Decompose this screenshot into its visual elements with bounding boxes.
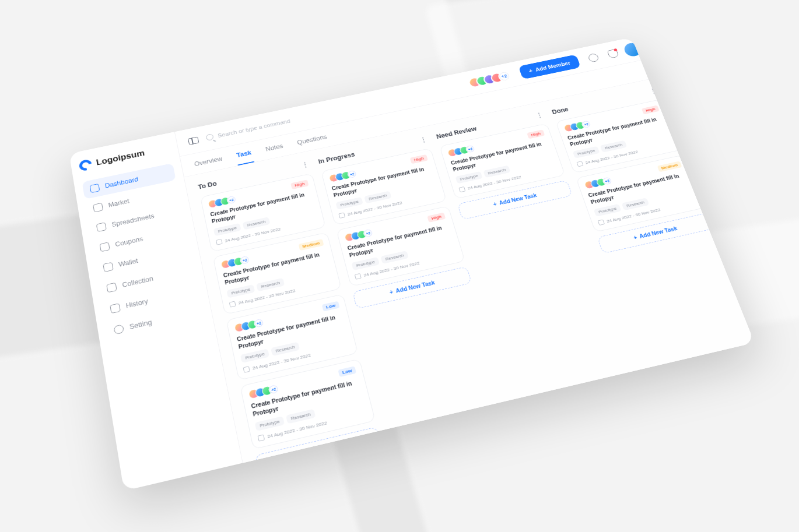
- tag-chip: Research: [600, 140, 628, 153]
- tag-chip: Research: [256, 278, 285, 291]
- nav-label: Setting: [129, 318, 152, 330]
- member-avatars[interactable]: +2: [472, 70, 512, 87]
- nav-label: Spreadsheets: [111, 213, 155, 228]
- tag-chip: Research: [364, 191, 391, 203]
- priority-badge: Low: [338, 366, 356, 377]
- nav-icon: [113, 324, 124, 334]
- tag-chip: Research: [271, 342, 300, 357]
- tag-chip: Prototype: [455, 171, 483, 184]
- nav-label: Wallet: [118, 257, 138, 268]
- tab-task[interactable]: Task: [233, 142, 255, 165]
- priority-badge: High: [427, 213, 446, 223]
- priority-badge: High: [642, 105, 660, 115]
- logo-mark-icon: [77, 158, 94, 172]
- calendar-icon: [338, 213, 345, 219]
- column-menu-icon[interactable]: ⋮: [300, 160, 311, 170]
- calendar-icon: [576, 161, 583, 167]
- nav-label: History: [125, 298, 149, 310]
- priority-badge: Low: [322, 301, 340, 312]
- tag-chip: Research: [243, 217, 271, 230]
- calendar-icon: [258, 434, 265, 441]
- tag-chip: Prototype: [335, 197, 363, 210]
- column-menu-icon[interactable]: ⋮: [534, 111, 545, 119]
- nav-icon: [110, 303, 121, 313]
- priority-badge: High: [290, 179, 309, 189]
- tab-notes[interactable]: Notes: [262, 136, 287, 159]
- column-menu-icon[interactable]: ⋮: [419, 135, 429, 145]
- calendar-icon: [243, 366, 250, 373]
- plus-icon: +: [492, 201, 497, 207]
- calendar-icon: [229, 301, 236, 308]
- add-member-label: Add Member: [534, 60, 571, 72]
- plus-icon: +: [633, 234, 638, 241]
- tag-chip: Prototype: [255, 416, 285, 431]
- tag-chip: Research: [286, 409, 316, 424]
- plus-icon: +: [528, 68, 533, 73]
- nav-icon: [90, 184, 100, 193]
- bell-icon[interactable]: [607, 48, 619, 58]
- priority-badge: Medium: [298, 239, 324, 251]
- nav-icon: [103, 262, 113, 272]
- tag-chip: Prototype: [213, 223, 241, 236]
- tag-chip: Research: [622, 198, 650, 210]
- tag-chip: Research: [483, 165, 511, 178]
- tag-chip: Prototype: [240, 348, 269, 363]
- nav-label: Dashboard: [104, 176, 139, 189]
- panel-toggle-icon[interactable]: [188, 136, 199, 145]
- nav-label: Market: [108, 198, 130, 209]
- calendar-icon: [458, 186, 465, 192]
- plus-icon: +: [389, 289, 394, 295]
- tag-chip: Prototype: [594, 204, 622, 217]
- nav-icon: [106, 283, 117, 293]
- priority-badge: High: [527, 129, 545, 139]
- nav-icon: [99, 242, 110, 252]
- nav-icon: [96, 222, 107, 232]
- calendar-icon: [598, 220, 605, 226]
- nav-icon: [93, 203, 103, 213]
- priority-badge: Medium: [657, 161, 682, 172]
- priority-badge: High: [410, 154, 428, 164]
- gear-icon[interactable]: [587, 52, 600, 62]
- column-title: In Progress: [318, 151, 356, 165]
- calendar-icon: [216, 239, 223, 245]
- tag-chip: Research: [380, 251, 409, 264]
- search-icon: [205, 133, 214, 141]
- calendar-icon: [355, 273, 362, 280]
- brand-name: Logoipsum: [96, 149, 145, 167]
- sidebar-nav: DashboardMarketSpreadsheetsCouponsWallet…: [82, 163, 205, 342]
- tag-chip: Prototype: [573, 146, 600, 158]
- nav-label: Coupons: [114, 235, 143, 248]
- tag-chip: Prototype: [351, 257, 380, 270]
- tag-chip: Prototype: [226, 284, 255, 298]
- column-title: Done: [551, 106, 569, 116]
- column-title: To Do: [197, 180, 217, 191]
- nav-label: Collection: [122, 275, 154, 289]
- column-title: Need Review: [436, 125, 478, 140]
